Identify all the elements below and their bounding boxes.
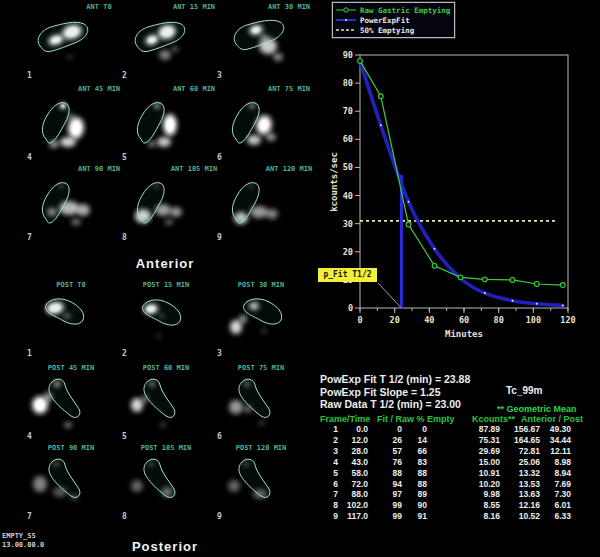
svg-text:30: 30 <box>343 219 353 229</box>
geometric-mean-header: ** Geometric Mean <box>497 404 577 414</box>
anterior-frame-4: ANT 45 MIN4 <box>24 84 118 164</box>
frame-number: 4 <box>27 432 32 441</box>
anterior-frame-5: ANT 60 MIN5 <box>119 84 213 164</box>
frame-number: 5 <box>122 432 127 441</box>
col-header-kcounts: Kcounts** <box>472 414 515 424</box>
table-cell-r1-c3: 0 <box>375 424 402 434</box>
svg-text:120: 120 <box>560 315 575 325</box>
table-cell-r7-c7: 7.30 <box>530 489 571 499</box>
table-cell-r9-c3: 99 <box>375 511 402 521</box>
svg-text:100: 100 <box>526 315 541 325</box>
svg-text:20: 20 <box>343 247 353 257</box>
table-cell-r1-c2: 0.0 <box>330 424 368 434</box>
table-cell-r2-c3: 26 <box>375 435 402 445</box>
scintigraphy-image <box>119 374 213 434</box>
legend-row-fifty: 50% Emptying <box>335 25 450 35</box>
svg-text:80: 80 <box>494 315 504 325</box>
legend-row-fit: PowerExpFit <box>335 15 450 25</box>
fit-series-marker-icon <box>335 16 357 24</box>
table-cell-r4-c4: 83 <box>400 457 427 467</box>
frame-number: 1 <box>27 71 32 80</box>
table-cell-r1-c4: 0 <box>400 424 427 434</box>
fifty-percent-marker-icon <box>335 26 357 34</box>
scintigraphy-image <box>24 95 118 155</box>
frame-label: ANT 90 MIN <box>78 165 120 173</box>
svg-text:20: 20 <box>390 315 400 325</box>
anterior-frame-8: ANT 105 MIN8 <box>119 164 213 244</box>
frame-label: POST 105 MIN <box>141 444 192 452</box>
posterior-frame-7: POST 90 MIN7 <box>24 443 118 523</box>
gastric-emptying-result-screen: ANT T01ANT 15 MIN2ANT 30 MIN3ANT 45 MIN4… <box>0 0 600 557</box>
posterior-frame-5: POST 60 MIN5 <box>119 363 213 443</box>
table-cell-r2-c5: 75.31 <box>440 435 500 445</box>
frame-number: 3 <box>217 71 222 80</box>
t-half-annotation: p_Fit T1/2 <box>318 268 377 282</box>
table-cell-r3-c3: 57 <box>375 446 402 456</box>
table-cell-r2-c7: 34.44 <box>530 435 571 445</box>
frame-label: POST 30 MIN <box>238 281 284 289</box>
posterior-frame-2: POST 15 MIN2 <box>119 280 213 360</box>
svg-text:0: 0 <box>348 303 353 313</box>
table-cell-r9-c7: 6.33 <box>530 511 571 521</box>
scintigraphy-image <box>24 454 118 514</box>
anterior-frame-2: ANT 15 MIN2 <box>119 2 213 82</box>
table-cell-r1-c7: 49.30 <box>530 424 571 434</box>
scintigraphy-image <box>119 13 213 73</box>
posterior-frame-9: POST 120 MIN9 <box>214 443 308 523</box>
table-cell-r4-c7: 8.98 <box>530 457 571 467</box>
rawdata-thalf-line: Raw Data T 1/2 (min) = 23.00 <box>320 398 461 410</box>
stomach-roi-contour <box>42 103 69 143</box>
scintigraphy-image <box>214 95 308 155</box>
svg-text:50: 50 <box>343 162 353 172</box>
table-cell-r9-c2: 117.0 <box>330 511 368 521</box>
svg-text:70: 70 <box>343 106 353 116</box>
table-cell-r5-c2: 58.0 <box>330 468 368 478</box>
svg-text:40: 40 <box>343 191 353 201</box>
svg-text:80: 80 <box>343 78 353 88</box>
frame-label: POST 60 MIN <box>143 364 189 372</box>
scintigraphy-image <box>24 175 118 235</box>
stomach-roi-contour <box>46 299 84 324</box>
table-cell-r5-c7: 8.94 <box>530 468 571 478</box>
anterior-frame-3: ANT 30 MIN3 <box>214 2 308 82</box>
table-cell-r3-c4: 66 <box>400 446 427 456</box>
table-cell-r7-c3: 97 <box>375 489 402 499</box>
frame-label: POST 45 MIN <box>48 364 94 372</box>
study-time: 13.00.00.0 <box>2 541 44 550</box>
scintigraphy-image <box>214 13 308 73</box>
chart-legend: Raw Gastric Emptying PowerExpFit 50% Emp… <box>332 2 455 38</box>
table-cell-r4-c2: 43.0 <box>330 457 368 467</box>
frame-number: 6 <box>217 153 222 162</box>
raw-series-marker-icon <box>335 6 357 14</box>
table-cell-r3-c7: 12.11 <box>530 446 571 456</box>
stomach-roi-contour <box>143 300 181 325</box>
table-cell-r5-c4: 88 <box>400 468 427 478</box>
anterior-section-title: Anterior <box>0 256 330 271</box>
table-cell-r5-c3: 88 <box>375 468 402 478</box>
svg-text:40: 40 <box>424 315 434 325</box>
table-cell-r8-c7: 6.01 <box>530 500 571 510</box>
stomach-roi-contour <box>144 459 175 497</box>
frame-number: 7 <box>27 233 32 242</box>
anterior-frame-1: ANT T01 <box>24 2 118 82</box>
x-axis-label: Minutes <box>445 329 483 339</box>
anterior-frame-9: ANT 120 MIN9 <box>214 164 308 244</box>
table-cell-r8-c3: 99 <box>375 500 402 510</box>
svg-text:60: 60 <box>459 315 469 325</box>
table-cell-r6-c2: 72.0 <box>330 479 368 489</box>
scintigraphy-image <box>214 374 308 434</box>
frame-label: ANT 105 MIN <box>171 165 217 173</box>
svg-text:60: 60 <box>343 134 353 144</box>
scintigraphy-image <box>119 291 213 351</box>
col-header-ant-post: Anterior / Post <box>521 414 583 424</box>
frame-number: 1 <box>27 349 32 358</box>
table-cell-r7-c2: 88.0 <box>330 489 368 499</box>
table-cell-r8-c4: 90 <box>400 500 427 510</box>
frame-number: 8 <box>122 512 127 521</box>
table-cell-r8-c2: 102.0 <box>330 500 368 510</box>
frame-label: ANT 60 MIN <box>173 85 215 93</box>
posterior-frame-6: POST 75 MIN6 <box>214 363 308 443</box>
svg-text:0: 0 <box>357 315 362 325</box>
gastric-emptying-chart: 0102030405060708090020406080100120 Minut… <box>300 0 600 345</box>
posterior-frame-3: POST 30 MIN3 <box>214 280 308 360</box>
